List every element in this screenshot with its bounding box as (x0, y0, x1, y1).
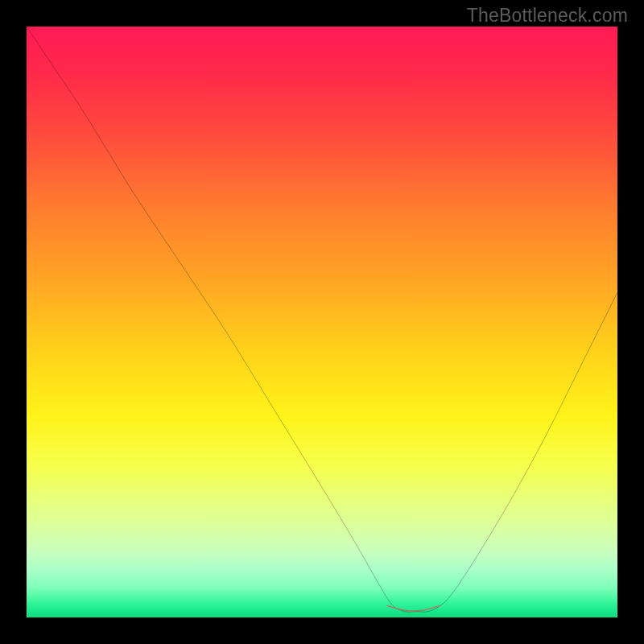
curve-layer (27, 27, 617, 617)
chart-frame: TheBottleneck.com (0, 0, 644, 644)
attribution-label: TheBottleneck.com (467, 5, 628, 27)
bottleneck-curve (27, 27, 617, 612)
plot-area (27, 27, 617, 617)
